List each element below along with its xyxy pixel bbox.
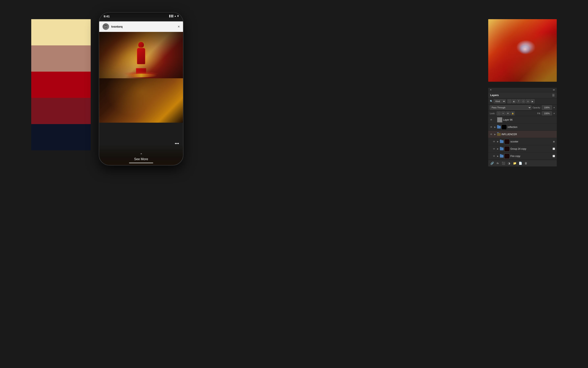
visibility-toggle[interactable]: 👁 — [492, 140, 496, 143]
avatar: TFT — [102, 23, 109, 30]
group-icon — [500, 147, 504, 150]
signal-icon: ▐▐▐ — [169, 15, 173, 17]
swatch-tan — [31, 46, 91, 72]
layer-name: Layer 96 — [503, 119, 556, 121]
lock-all-icon[interactable]: 🔒 — [511, 111, 515, 115]
folder-icon — [497, 133, 501, 136]
lock-row: Lock: ⬛ ✏ ✥ 🔒 Fill: ▼ — [488, 111, 557, 116]
layer-item-influencer[interactable]: 👁 ▶ INFLUENCER — [488, 131, 557, 138]
ironman-preview-image — [488, 19, 557, 82]
lock-icons: ⬛ ✏ ✥ 🔒 — [497, 111, 515, 115]
blend-mode-select[interactable]: Pass Through — [490, 105, 531, 110]
lock-label: Lock: — [490, 112, 495, 115]
layer-thumbnail — [497, 117, 502, 122]
expand-arrow[interactable]: ▶ — [497, 148, 499, 150]
mask-badge: ⬜ — [552, 147, 556, 151]
opacity-input[interactable] — [542, 105, 552, 110]
ironman-lower-image — [99, 78, 183, 123]
layer-item[interactable]: 👁 ▶ Group 24 copy ⬜ — [488, 145, 557, 153]
smart-filter-icon[interactable]: ⊙ — [526, 99, 530, 103]
layer-item[interactable]: 👁 ▶ Fire copy ⬜ — [488, 153, 557, 160]
visibility-toggle[interactable]: 👁 — [492, 154, 496, 158]
preview-image-section — [488, 19, 557, 82]
visibility-toggle[interactable]: 👁 — [490, 118, 493, 122]
adjust-filter-icon[interactable]: ◐ — [512, 99, 516, 103]
artboard-badge: ▣ — [552, 140, 556, 143]
layer-name: Fire copy — [510, 155, 551, 157]
mask-badge: ⬜ — [552, 154, 556, 158]
visibility-toggle[interactable]: 👁 — [492, 147, 496, 151]
see-more-label[interactable]: See More — [134, 157, 148, 161]
phone-status-bar: 9:41 ▐▐▐ ▲ ▮ — [99, 12, 183, 21]
group-layer-name: INFLUENCER — [501, 133, 556, 136]
layer-item[interactable]: 👁 Layer 96 — [488, 116, 557, 123]
visibility-toggle[interactable]: 👁 — [490, 125, 493, 129]
folder-icon — [500, 140, 504, 143]
status-icons: ▐▐▐ ▲ ▮ — [169, 15, 178, 17]
ironman-upper-image — [99, 32, 183, 78]
link-icon[interactable]: 🔗 — [490, 161, 494, 166]
expand-arrow[interactable]: ▶ — [494, 126, 496, 128]
layers-panel: ✕ ≫ Layers ☰ 🔍 Kind ⬛ ◐ T ⬡ ⊙ ▶ Pass Thr… — [488, 88, 557, 166]
video-filter-icon[interactable]: ▶ — [531, 99, 535, 103]
new-layer-icon[interactable]: 📄 — [518, 161, 523, 166]
battery-icon: ▮ — [177, 15, 178, 17]
layers-bottom-bar: 🔗 fx ⬛ ◑ 📁 📄 🗑 — [488, 160, 557, 166]
see-more-arrow-icon: ⌃ — [140, 153, 143, 156]
close-button[interactable]: × — [178, 25, 180, 29]
layers-filter-row: 🔍 Kind ⬛ ◐ T ⬡ ⊙ ▶ — [488, 98, 557, 104]
phone-post-header: TFT tvsntorq × — [99, 21, 183, 32]
panel-collapse-arrows[interactable]: ≫ — [553, 89, 555, 91]
layer-item[interactable]: 👁 ▶ reflection — [488, 123, 557, 131]
half-circle-icon[interactable]: ◑ — [507, 161, 511, 166]
kind-select[interactable]: Kind — [494, 99, 506, 103]
new-group-icon[interactable]: 📁 — [512, 161, 517, 166]
layers-title: Layers — [490, 94, 499, 97]
expand-arrow[interactable]: ▶ — [494, 133, 496, 136]
layer-thumbnail — [504, 139, 510, 144]
swatch-red — [31, 72, 91, 98]
mask-icon[interactable]: ⬛ — [501, 161, 506, 166]
lock-position-icon[interactable]: ✏ — [501, 111, 505, 115]
text-filter-icon[interactable]: T — [517, 99, 521, 103]
fill-label: Fill: — [537, 112, 541, 115]
opacity-dropdown-arrow[interactable]: ▼ — [553, 107, 555, 109]
panel-close-x[interactable]: ✕ — [490, 89, 492, 91]
expand-arrow — [494, 119, 496, 121]
fill-input[interactable] — [542, 111, 552, 115]
layer-item[interactable]: 👁 ▶ scooter ▣ — [488, 138, 557, 145]
username-label: tvsntorq — [111, 25, 178, 28]
swatch-navy — [31, 124, 91, 150]
layer-thumbnail — [504, 154, 510, 159]
layer-name: Group 24 copy — [510, 147, 551, 150]
svg-text:TFT: TFT — [104, 26, 107, 28]
color-palette — [31, 19, 91, 150]
expand-arrow[interactable]: ▶ — [497, 155, 499, 157]
lock-pixels-icon[interactable]: ⬛ — [497, 111, 501, 115]
swatch-darkred — [31, 98, 91, 124]
visibility-toggle[interactable]: 👁 — [490, 133, 493, 136]
phone-mockup: 9:41 ▐▐▐ ▲ ▮ TFT tvsntorq × — [99, 12, 183, 166]
shape-filter-icon[interactable]: ⬡ — [521, 99, 525, 103]
filter-icons: ⬛ ◐ T ⬡ ⊙ ▶ — [507, 99, 535, 103]
blend-mode-row: Pass Through Opacity: ▼ — [488, 104, 557, 111]
group-icon — [497, 126, 501, 129]
layers-menu-icon[interactable]: ☰ — [552, 94, 555, 97]
layer-name: reflection — [508, 126, 556, 129]
group-icon — [500, 155, 504, 157]
phone-image-area — [99, 32, 183, 123]
search-icon: 🔍 — [490, 100, 493, 103]
delete-icon[interactable]: 🗑 — [524, 161, 528, 166]
layers-list: 👁 Layer 96 👁 ▶ reflection 👁 ▶ INFLUENCER… — [488, 116, 557, 160]
pixel-filter-icon[interactable]: ⬛ — [507, 99, 511, 103]
fill-dropdown-arrow[interactable]: ▼ — [553, 112, 555, 115]
home-indicator — [129, 162, 153, 163]
expand-arrow[interactable]: ▶ — [497, 140, 499, 143]
wifi-icon: ▲ — [174, 15, 176, 17]
layer-name: scooter — [510, 140, 551, 143]
phone-footer: ⌃ See More — [99, 145, 183, 165]
fx-icon[interactable]: fx — [496, 161, 500, 166]
layers-panel-header: Layers ☰ — [488, 92, 557, 98]
lock-artboard-icon[interactable]: ✥ — [506, 111, 510, 115]
more-options-dots[interactable]: ••• — [175, 141, 179, 146]
